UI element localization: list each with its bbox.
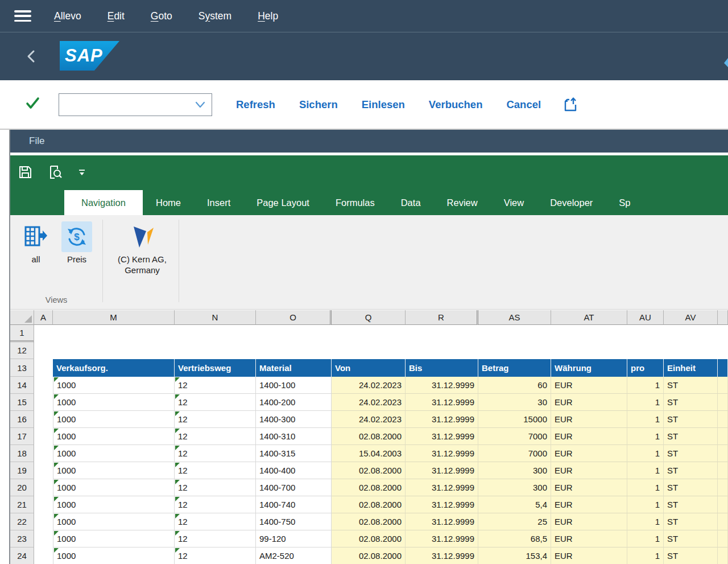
cell[interactable]: 1000 [53, 428, 175, 445]
cell[interactable]: 30 [478, 394, 551, 411]
cell-empty-a[interactable] [34, 377, 53, 394]
row-number-15[interactable]: 15 [10, 394, 34, 411]
tab-data[interactable]: Data [388, 190, 434, 215]
print-preview-icon[interactable] [48, 165, 63, 180]
empty-cells[interactable] [34, 342, 728, 359]
sichern-button[interactable]: Sichern [299, 98, 338, 111]
cell-empty-a[interactable] [34, 359, 53, 377]
cell[interactable]: 31.12.9999 [406, 530, 478, 547]
header-cell-partial[interactable] [718, 359, 728, 377]
cell[interactable]: ST [664, 513, 718, 530]
menu-item-goto[interactable]: Goto [151, 10, 172, 22]
cell[interactable]: 31.12.9999 [406, 496, 478, 513]
cell[interactable]: 1400-750 [256, 513, 332, 530]
column-header-au[interactable]: AU [627, 310, 664, 325]
cell[interactable]: 31.12.9999 [406, 479, 478, 496]
column-header-m[interactable]: M [53, 310, 175, 325]
cell[interactable]: 99-120 [256, 530, 332, 547]
customize-toolbar-icon[interactable] [78, 169, 86, 176]
cell[interactable]: 7000 [478, 445, 551, 462]
empty-cells[interactable] [34, 325, 728, 342]
cell[interactable]: 12 [175, 394, 256, 411]
refresh-button[interactable]: Refresh [236, 98, 275, 111]
header-cell-bis[interactable]: Bis [406, 359, 478, 377]
header-cell-pro[interactable]: pro [627, 359, 664, 377]
cell[interactable]: 31.12.9999 [406, 428, 478, 445]
cell-partial[interactable] [718, 513, 728, 530]
cell[interactable]: 02.08.2000 [332, 462, 406, 479]
row-number-20[interactable]: 20 [10, 479, 34, 496]
cell[interactable]: 12 [175, 445, 256, 462]
header-cell-material[interactable]: Material [256, 359, 332, 377]
row-number-24[interactable]: 24 [10, 547, 34, 564]
cell[interactable]: 12 [175, 513, 256, 530]
header-cell-einheit[interactable]: Einheit [664, 359, 718, 377]
cell-empty-a[interactable] [34, 513, 53, 530]
tab-developer[interactable]: Developer [537, 190, 606, 215]
cell[interactable]: 24.02.2023 [332, 377, 406, 394]
row-number-16[interactable]: 16 [10, 411, 34, 428]
tab-view[interactable]: View [491, 190, 537, 215]
cell[interactable]: 12 [175, 547, 256, 564]
cell[interactable]: 1000 [53, 479, 175, 496]
cell-partial[interactable] [718, 547, 728, 564]
export-icon[interactable] [561, 96, 580, 114]
cell[interactable]: 1 [627, 496, 664, 513]
cell[interactable]: ST [664, 479, 718, 496]
cell[interactable]: ST [664, 530, 718, 547]
cell-empty-a[interactable] [34, 479, 53, 496]
save-icon[interactable] [18, 165, 32, 179]
cell[interactable]: 1 [627, 377, 664, 394]
cell[interactable]: 1400-400 [256, 462, 332, 479]
cell[interactable]: 31.12.9999 [406, 377, 478, 394]
cell-empty-a[interactable] [34, 428, 53, 445]
tab-sp[interactable]: Sp [606, 190, 643, 215]
column-header-a[interactable]: A [34, 310, 53, 325]
cell[interactable]: 1000 [53, 411, 175, 428]
cell[interactable]: 1 [627, 445, 664, 462]
cell[interactable]: 68,5 [478, 530, 551, 547]
cell[interactable]: EUR [551, 394, 627, 411]
row-number-17[interactable]: 17 [10, 428, 34, 445]
menu-item-help[interactable]: Help [258, 10, 278, 22]
cell[interactable]: 31.12.9999 [406, 445, 478, 462]
column-header-partial[interactable] [718, 310, 728, 325]
cell[interactable]: 31.12.9999 [406, 394, 478, 411]
kern-ag-button[interactable]: (C) Kern AG, Germany [108, 221, 176, 275]
header-cell-vertriebsweg[interactable]: Vertriebsweg [175, 359, 256, 377]
cell-partial[interactable] [718, 479, 728, 496]
cell[interactable]: EUR [551, 445, 627, 462]
cell[interactable]: 5,4 [478, 496, 551, 513]
cell[interactable]: 1 [627, 394, 664, 411]
cell[interactable]: 25 [478, 513, 551, 530]
cell[interactable]: 1000 [53, 394, 175, 411]
column-header-o[interactable]: O [256, 310, 332, 325]
cell[interactable]: 1000 [53, 547, 175, 564]
tab-formulas[interactable]: Formulas [322, 190, 388, 215]
cell[interactable]: EUR [551, 496, 627, 513]
cell-partial[interactable] [718, 394, 728, 411]
tab-navigation[interactable]: Navigation [64, 190, 143, 215]
hamburger-menu-icon[interactable] [14, 10, 31, 22]
cell[interactable]: 15.04.2003 [332, 445, 406, 462]
cell-empty-a[interactable] [34, 462, 53, 479]
cell-empty-a[interactable] [34, 530, 53, 547]
tab-page-layout[interactable]: Page Layout [243, 190, 322, 215]
select-all-corner[interactable] [10, 310, 34, 325]
cell[interactable]: EUR [551, 479, 627, 496]
cell[interactable]: 12 [175, 462, 256, 479]
cell[interactable]: 1400-100 [256, 377, 332, 394]
cell[interactable]: 1000 [53, 445, 175, 462]
cell[interactable]: 1400-700 [256, 479, 332, 496]
cell[interactable]: 300 [478, 479, 551, 496]
header-cell-betrag[interactable]: Betrag [478, 359, 551, 377]
cell[interactable]: 31.12.9999 [406, 547, 478, 564]
cell[interactable]: 300 [478, 462, 551, 479]
cell-partial[interactable] [718, 530, 728, 547]
cell[interactable]: EUR [551, 462, 627, 479]
cell-empty-a[interactable] [34, 547, 53, 564]
cell[interactable]: 1400-310 [256, 428, 332, 445]
cell-partial[interactable] [718, 428, 728, 445]
cell[interactable]: 1 [627, 479, 664, 496]
cell[interactable]: ST [664, 547, 718, 564]
